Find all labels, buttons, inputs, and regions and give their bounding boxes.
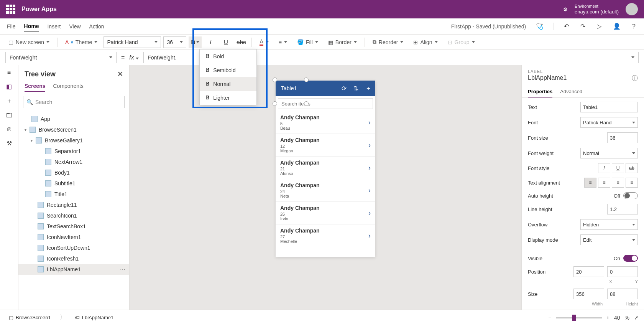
fx-label[interactable]: fx bbox=[129, 54, 139, 61]
tree-item[interactable]: Body1 bbox=[18, 167, 129, 178]
theme-button[interactable]: Aa Theme bbox=[61, 38, 101, 47]
prop-displaymode[interactable]: Edit bbox=[580, 234, 638, 245]
health-icon[interactable]: 🩺 bbox=[534, 21, 545, 31]
gallery-item[interactable]: Andy Champan21Alonso› bbox=[276, 157, 375, 179]
crumb-screen[interactable]: ▢ BrowseScreen1 bbox=[5, 313, 54, 322]
font-select[interactable]: Patrick Hand bbox=[104, 36, 161, 48]
tree-item[interactable]: IconRefresh1 bbox=[18, 253, 129, 264]
tree-item[interactable]: ▾BrowseScreen1 bbox=[18, 124, 129, 135]
prop-pos-y[interactable]: 0 bbox=[607, 266, 638, 277]
refresh-icon[interactable]: ⟳ bbox=[342, 85, 347, 92]
tree-search[interactable]: 🔍 Search bbox=[23, 96, 125, 108]
environment-picker[interactable]: Environment enayu.com (default) bbox=[575, 4, 619, 15]
sort-icon[interactable]: ⇅ bbox=[353, 85, 358, 92]
app-title: Power Apps bbox=[21, 6, 57, 13]
prop-size-h[interactable]: 88 bbox=[607, 289, 638, 299]
tree-item[interactable]: App bbox=[18, 114, 129, 124]
bold-button[interactable]: B bbox=[189, 36, 202, 48]
environment-icon: ⚙ bbox=[563, 7, 568, 12]
gallery-item[interactable]: Andy Champan24Neta› bbox=[276, 179, 375, 202]
strike-button[interactable]: abc bbox=[235, 36, 248, 48]
help-icon[interactable]: ? bbox=[631, 21, 637, 31]
breadcrumb-bar: ▢ BrowseScreen1 〉 🏷 LblAppName1 − + 40 %… bbox=[0, 310, 644, 325]
border-button[interactable]: ▦ Border bbox=[324, 38, 361, 47]
size-select[interactable]: 36 bbox=[163, 36, 186, 48]
prop-pos-x[interactable]: 20 bbox=[573, 266, 604, 277]
textalign-button[interactable]: ≡ bbox=[275, 38, 291, 47]
fill-button[interactable]: 🪣 Fill bbox=[293, 38, 322, 47]
fontweight-option[interactable]: BLighter bbox=[200, 91, 256, 105]
tree-item[interactable]: LblAppName1⋯ bbox=[18, 264, 129, 275]
fit-icon[interactable]: ⤢ bbox=[634, 315, 639, 321]
control-name: LblAppName1 bbox=[528, 74, 567, 82]
play-icon[interactable]: ▷ bbox=[595, 21, 603, 31]
prop-autoheight-toggle[interactable] bbox=[623, 192, 638, 199]
prop-overflow[interactable]: Hidden bbox=[580, 219, 638, 230]
prop-size-w[interactable]: 356 bbox=[573, 289, 604, 299]
avatar[interactable] bbox=[626, 3, 638, 15]
tree-item[interactable]: Separator1 bbox=[18, 146, 129, 157]
zoom-slider[interactable] bbox=[556, 317, 602, 318]
search-input[interactable] bbox=[278, 98, 373, 109]
tree-item[interactable]: NextArrow1 bbox=[18, 157, 129, 167]
italic-button[interactable]: I bbox=[204, 36, 217, 48]
prop-fontsize[interactable]: 36 bbox=[607, 132, 638, 143]
property-picker[interactable]: FontWeight bbox=[5, 52, 117, 63]
control-category: LABEL bbox=[528, 69, 638, 74]
tree-item[interactable]: Rectangle11 bbox=[18, 200, 129, 210]
add-icon[interactable]: ＋ bbox=[365, 84, 371, 92]
search-box-preview[interactable] bbox=[276, 96, 375, 111]
tab-action[interactable]: Action bbox=[89, 22, 104, 31]
media-icon[interactable]: ⎚ bbox=[7, 126, 11, 133]
tree-item[interactable]: IconNewItem1 bbox=[18, 232, 129, 243]
tree-icon[interactable]: ◧ bbox=[6, 83, 12, 90]
waffle-icon[interactable] bbox=[6, 5, 15, 14]
tools-icon[interactable]: ⚒ bbox=[7, 140, 12, 147]
gallery-item[interactable]: Andy Champan12Megan› bbox=[276, 134, 375, 157]
fontweight-option[interactable]: BNormal bbox=[200, 77, 256, 91]
app-header-preview[interactable]: Table1 ⟳ ⇅ ＋ bbox=[276, 81, 375, 96]
gallery-item[interactable]: Andy Champan5Beau› bbox=[276, 111, 375, 134]
tree-item[interactable]: Subtitle1 bbox=[18, 178, 129, 189]
tree-item[interactable]: IconSortUpDown1 bbox=[18, 243, 129, 253]
gallery-item[interactable]: Andy Champan26Irvin› bbox=[276, 202, 375, 224]
tab-insert[interactable]: Insert bbox=[47, 22, 61, 31]
data-icon[interactable]: 🗔 bbox=[6, 112, 12, 119]
prop-text[interactable]: Table1 bbox=[580, 102, 638, 112]
undo-icon[interactable]: ↶ bbox=[562, 21, 570, 31]
zoom-out-icon[interactable]: − bbox=[548, 315, 551, 321]
crumb-control[interactable]: 🏷 LblAppName1 bbox=[71, 313, 117, 322]
share-icon[interactable]: 👤 bbox=[611, 21, 622, 31]
tab-view[interactable]: View bbox=[69, 22, 80, 31]
insert-icon[interactable]: ＋ bbox=[6, 97, 12, 105]
fontweight-option[interactable]: BBold bbox=[200, 49, 256, 63]
tree-item[interactable]: ▾BrowseGallery1 bbox=[18, 135, 129, 146]
tree-tab-screens[interactable]: Screens bbox=[25, 81, 45, 92]
tree-item[interactable]: Title1 bbox=[18, 189, 129, 200]
reorder-button[interactable]: ⧉ Reorder bbox=[369, 37, 407, 47]
new-screen-button[interactable]: ▢ New screen bbox=[5, 38, 53, 47]
props-tab-advanced[interactable]: Advanced bbox=[560, 86, 582, 97]
prop-font[interactable]: Patrick Hand bbox=[580, 117, 638, 128]
tab-home[interactable]: Home bbox=[24, 21, 39, 31]
tree-item[interactable]: TextSearchBox1 bbox=[18, 221, 129, 232]
props-tab-properties[interactable]: Properties bbox=[528, 86, 552, 97]
prop-visible-toggle[interactable] bbox=[623, 255, 638, 262]
align-button[interactable]: ⊞ Align bbox=[409, 38, 441, 47]
tab-file[interactable]: File bbox=[7, 22, 16, 31]
prop-lineheight[interactable]: 1.2 bbox=[607, 204, 638, 214]
fontweight-option[interactable]: BSemibold bbox=[200, 63, 256, 77]
underline-button[interactable]: U bbox=[219, 36, 232, 48]
prop-fontstyle[interactable]: IUab bbox=[598, 163, 638, 173]
tree-item[interactable]: SearchIcon1 bbox=[18, 210, 129, 221]
gallery-item[interactable]: Andy Champan27Mechelle› bbox=[276, 224, 375, 247]
tree-tab-components[interactable]: Components bbox=[53, 81, 83, 92]
prop-textalign[interactable]: ≡≡≡≡ bbox=[584, 178, 638, 188]
hamburger-icon[interactable]: ≡ bbox=[7, 69, 11, 76]
close-icon[interactable]: ✕ bbox=[117, 70, 123, 78]
zoom-in-icon[interactable]: + bbox=[606, 315, 610, 321]
redo-icon[interactable]: ↷ bbox=[579, 21, 587, 31]
prop-fontweight[interactable]: Normal bbox=[580, 148, 638, 158]
info-icon[interactable]: ⓘ bbox=[632, 74, 638, 82]
fontcolor-button[interactable]: A bbox=[256, 37, 272, 47]
